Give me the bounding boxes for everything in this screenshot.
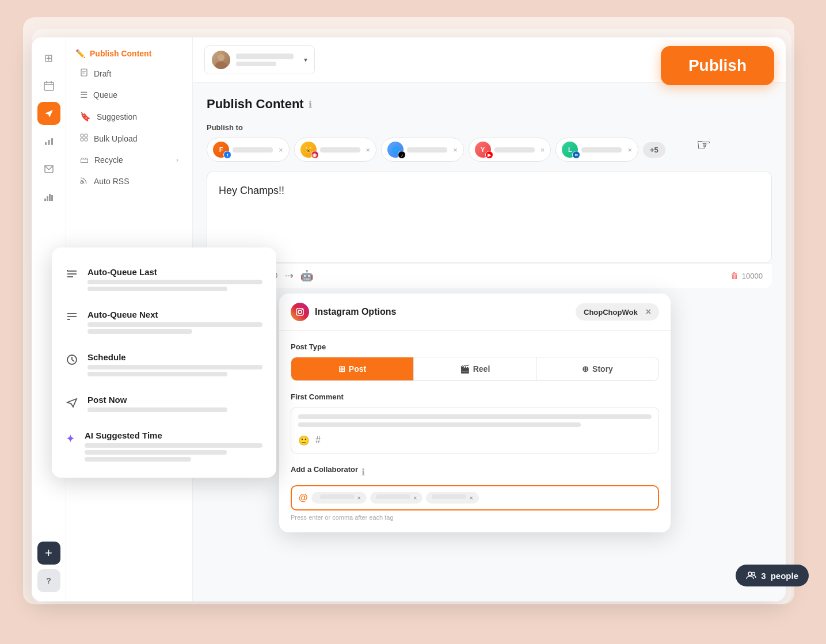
sidebar-item-auto-rss[interactable]: Auto RSS bbox=[71, 170, 188, 192]
dropdown-item-auto-queue-last[interactable]: Auto-Queue Last bbox=[52, 259, 276, 302]
publish-button[interactable]: Publish bbox=[661, 46, 774, 85]
svg-point-35 bbox=[752, 573, 755, 576]
skeleton-9 bbox=[85, 450, 227, 455]
analytics-nav-icon[interactable] bbox=[37, 129, 60, 153]
youtube-avatar-wrap: Y ▶ bbox=[475, 142, 491, 158]
sidebar-item-queue[interactable]: ☰ Queue bbox=[71, 84, 188, 106]
story-tab-label: Story bbox=[592, 364, 613, 374]
collaborator-info-icon[interactable]: ℹ bbox=[361, 467, 365, 478]
chip-close-li[interactable]: × bbox=[627, 146, 632, 154]
comment-emoji-icon[interactable]: 🙂 bbox=[298, 435, 310, 446]
help-icon[interactable]: ? bbox=[37, 569, 60, 592]
auto-queue-next-content: Auto-Queue Next bbox=[87, 310, 262, 336]
svg-point-20 bbox=[215, 62, 227, 69]
bulk-upload-icon bbox=[80, 134, 88, 143]
dropdown-arrow-icon: ▾ bbox=[304, 56, 307, 64]
people-badge[interactable]: 3 people bbox=[736, 565, 809, 586]
profile-selector[interactable]: ▾ bbox=[204, 45, 315, 74]
calendar-icon[interactable] bbox=[37, 74, 60, 97]
comment-toolbar: 🙂 # bbox=[298, 430, 652, 446]
ai-icon[interactable]: 🤖 bbox=[300, 269, 313, 282]
collab-tag-3[interactable]: × bbox=[426, 492, 478, 504]
dashboard-icon[interactable]: ⊞ bbox=[37, 47, 60, 70]
svg-rect-10 bbox=[51, 195, 53, 201]
tiktok-avatar-wrap: 🌐 ♪ bbox=[387, 142, 404, 158]
ai-suggested-icon: ✦ bbox=[66, 432, 75, 445]
sidebar-item-recycle[interactable]: 🗃 Recycle › bbox=[71, 149, 188, 170]
linkedin-avatar-wrap: L in bbox=[562, 142, 578, 158]
dropdown-item-post-now[interactable]: Post Now bbox=[52, 387, 276, 422]
reel-tab-label: Reel bbox=[473, 364, 490, 374]
svg-rect-15 bbox=[85, 134, 87, 137]
queue-icon: ☰ bbox=[80, 90, 87, 100]
dropdown-item-ai-suggested[interactable]: ✦ AI Suggested Time bbox=[52, 422, 276, 472]
collab-tag-3-close[interactable]: × bbox=[469, 494, 473, 501]
more-accounts-btn[interactable]: +5 bbox=[643, 142, 665, 158]
dropdown-item-schedule[interactable]: Schedule bbox=[52, 344, 276, 387]
account-chip-youtube[interactable]: Y ▶ × bbox=[469, 138, 551, 162]
collab-tag-skeleton-2 bbox=[376, 494, 410, 499]
post-now-content: Post Now bbox=[87, 395, 262, 414]
bulk-upload-label: Bulk Upload bbox=[94, 134, 138, 143]
info-icon[interactable]: ℹ bbox=[309, 99, 312, 110]
svg-rect-0 bbox=[44, 82, 54, 90]
skeleton-3 bbox=[87, 322, 262, 327]
sidebar-active-label: Publish Content bbox=[90, 49, 151, 58]
editor-text[interactable]: Hey Champs!! bbox=[219, 183, 760, 199]
link-icon[interactable]: ⇢ bbox=[285, 269, 294, 282]
chip-close-yt[interactable]: × bbox=[540, 146, 545, 154]
publish-to-label: Publish to bbox=[207, 123, 772, 132]
sidebar-item-bulk-upload[interactable]: Bulk Upload bbox=[71, 128, 188, 149]
auto-rss-label: Auto RSS bbox=[94, 177, 129, 186]
chip-close-ig[interactable]: × bbox=[366, 146, 371, 154]
collaborator-input-row[interactable]: @ × × × bbox=[291, 485, 659, 510]
post-type-tab-story[interactable]: ⊕ Story bbox=[536, 357, 658, 380]
chip-name-skeleton-ig bbox=[320, 147, 360, 153]
svg-rect-5 bbox=[48, 140, 50, 145]
account-chip-facebook[interactable]: F f × bbox=[207, 138, 290, 162]
recycle-chevron: › bbox=[176, 156, 178, 164]
ai-suggested-content: AI Suggested Time bbox=[85, 430, 262, 464]
svg-point-18 bbox=[81, 181, 83, 184]
account-chip-instagram[interactable]: 🐱 ◉ × bbox=[294, 138, 377, 162]
instagram-badge: ◉ bbox=[311, 151, 319, 159]
post-type-label: Post Type bbox=[291, 342, 659, 351]
collab-tag-1[interactable]: × bbox=[311, 492, 367, 504]
inbox-nav-icon[interactable] bbox=[37, 157, 60, 180]
svg-point-34 bbox=[748, 572, 752, 576]
text-editor[interactable]: Hey Champs!! bbox=[207, 171, 772, 263]
publish-nav-icon[interactable] bbox=[37, 102, 60, 125]
chip-close-fb[interactable]: × bbox=[279, 146, 283, 154]
page-title: Publish Content bbox=[207, 97, 304, 112]
collab-tag-2[interactable]: × bbox=[370, 492, 422, 504]
chip-name-skeleton-yt bbox=[494, 147, 535, 153]
account-chip-linkedin[interactable]: L in × bbox=[555, 138, 638, 162]
svg-rect-8 bbox=[47, 196, 48, 201]
add-collaborator-row: Add a Collaborator ℹ bbox=[291, 465, 659, 479]
add-icon[interactable]: + bbox=[37, 542, 60, 565]
trash-icon[interactable]: 🗑 bbox=[730, 271, 739, 280]
comment-hashtag-icon[interactable]: # bbox=[315, 435, 321, 446]
collab-tag-1-close[interactable]: × bbox=[357, 494, 361, 501]
dropdown-item-auto-queue-next[interactable]: Auto-Queue Next bbox=[52, 302, 276, 344]
post-type-tab-reel[interactable]: 🎬 Reel bbox=[414, 357, 536, 380]
profile-avatar bbox=[212, 51, 230, 69]
panel-close-icon[interactable]: × bbox=[646, 307, 651, 317]
post-type-tab-post[interactable]: ⊞ Post bbox=[291, 357, 414, 380]
suggestion-icon: 🔖 bbox=[80, 112, 91, 122]
collab-tag-2-close[interactable]: × bbox=[413, 494, 417, 501]
sidebar-item-suggestion[interactable]: 🔖 Suggestion bbox=[71, 106, 188, 128]
facebook-badge: f bbox=[223, 151, 231, 159]
reports-nav-icon[interactable] bbox=[37, 185, 60, 208]
collaborator-hint: Press enter or comma after each tag bbox=[291, 514, 659, 521]
sidebar-item-draft[interactable]: Draft bbox=[71, 63, 188, 84]
svg-rect-7 bbox=[44, 199, 46, 201]
char-count-number: 10000 bbox=[742, 272, 763, 280]
auto-queue-next-icon bbox=[66, 311, 78, 326]
account-chip-tiktok[interactable]: 🌐 ♪ × bbox=[381, 138, 464, 162]
chip-name-skeleton-fb bbox=[233, 147, 273, 153]
skeleton-10 bbox=[85, 457, 191, 462]
accounts-row: F f × 🐱 ◉ × bbox=[207, 138, 772, 162]
chip-close-tt[interactable]: × bbox=[453, 146, 458, 154]
first-comment-area[interactable]: 🙂 # bbox=[291, 407, 659, 454]
